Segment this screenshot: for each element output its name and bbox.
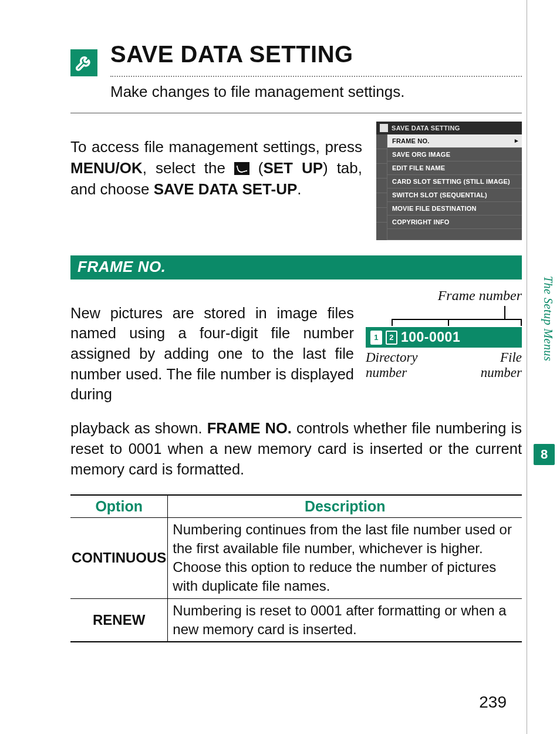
keyword-savedata: SAVE DATA SET-UP (154, 180, 298, 198)
table-header-row: Option Description (70, 495, 522, 518)
wrench-small-icon (380, 124, 388, 132)
menu-side-tabs (376, 134, 387, 240)
title-row: SAVE DATA SETTING Make changes to file m… (70, 41, 522, 101)
wrench-icon (70, 49, 97, 76)
desc-cell: Numbering is reset to 0001 after formatt… (168, 598, 522, 642)
slot-1-icon: 1 (370, 331, 382, 345)
keyword-setup: SET UP (263, 159, 323, 177)
chapter-badge: 8 (534, 444, 555, 465)
col-header-option: Option (70, 495, 168, 518)
sidebar-section-label: The Setup Menus (541, 276, 555, 361)
text: playback as shown. (70, 420, 207, 436)
figure-label-top: Frame number (366, 288, 522, 304)
option-cell: RENEW (70, 598, 168, 642)
option-cell: CONTINUOUS (70, 517, 168, 598)
menu-item: SAVE ORG IMAGE (387, 148, 522, 161)
frame-number-figure: Frame number 1 2 100-0001 Directory n (366, 288, 522, 381)
menu-item: SWITCH SLOT (SEQUENTIAL) (387, 188, 522, 202)
figure-label-dir1: Directory (366, 350, 418, 365)
slot-2-icon: 2 (386, 331, 397, 345)
divider (70, 113, 522, 113)
frame-value: 100-0001 (401, 329, 460, 345)
text: ( (249, 159, 264, 177)
intro-paragraph: To access file management settings, pres… (70, 137, 362, 200)
text: , select the (143, 159, 234, 177)
page-subtitle: Make changes to file management settings… (110, 83, 522, 101)
figure-label-file2: number (481, 365, 522, 381)
frame-paragraph-wrap: New pictures are stored in image files n… (70, 303, 354, 405)
figure-label-dir2: number (366, 365, 418, 381)
frame-paragraph-rest: playback as shown. FRAME NO. controls wh… (70, 418, 522, 479)
frame-number-strip: 1 2 100-0001 (366, 327, 522, 348)
menu-item: FRAME NO. (387, 134, 522, 148)
text: . (297, 180, 301, 198)
menu-item: CARD SLOT SETTING (STILL IMAGE) (387, 175, 522, 188)
keyword-frameno: FRAME NO. (207, 420, 292, 436)
desc-cell: Numbering continues from the last file n… (168, 517, 522, 598)
menu-item: COPYRIGHT INFO (387, 216, 522, 229)
menu-item: EDIT FILE NAME (387, 161, 522, 175)
menu-item: MOVIE FILE DESTINATION (387, 202, 522, 216)
text: To access file management settings, pres… (70, 138, 362, 156)
menu-header: SAVE DATA SETTING (376, 122, 522, 134)
keyword-menuok: MENU/OK (70, 159, 143, 177)
divider-dotted (110, 76, 522, 77)
options-table: Option Description CONTINUOUS Numbering … (70, 494, 522, 642)
table-row: CONTINUOUS Numbering continues from the … (70, 517, 522, 598)
table-row: RENEW Numbering is reset to 0001 after f… (70, 598, 522, 642)
col-header-desc: Description (168, 495, 522, 518)
menu-header-text: SAVE DATA SETTING (392, 124, 460, 132)
menu-items: FRAME NO. SAVE ORG IMAGE EDIT FILE NAME … (387, 134, 522, 240)
figure-label-file1: File (481, 350, 522, 365)
menu-screenshot: SAVE DATA SETTING FRAME NO. SAVE ORG IMA… (376, 122, 522, 240)
page-number: 239 (479, 693, 507, 712)
setup-tab-icon (234, 162, 249, 175)
section-heading: FRAME NO. (70, 255, 522, 280)
page-title: SAVE DATA SETTING (110, 41, 522, 68)
